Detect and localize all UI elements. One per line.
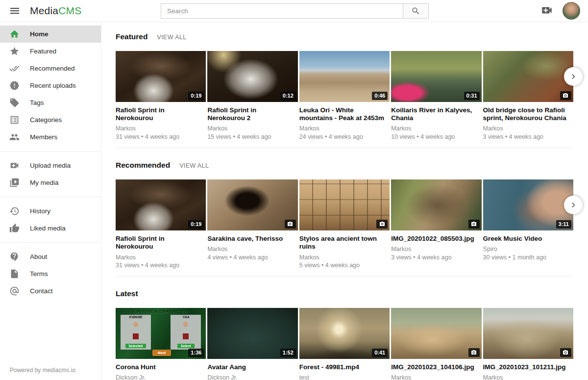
media-card[interactable]: 0:12 Rafioli Sprint in Nerokourou 2 Mark… [207,51,297,141]
media-card-text: Koiliaris River in Kalyves, Chania Marko… [391,106,481,141]
media-card-text: Forest - 49981.mp4 test 17 views • 3 wee… [299,363,390,380]
section-header: Recommended VIEW ALL [116,161,573,170]
sidebar-item-about[interactable]: About [0,248,101,265]
sidebar-item-label: Terms [30,270,48,278]
duration-badge: 0:46 [372,92,388,100]
media-thumbnail[interactable]: 0:46 [299,51,390,102]
media-card[interactable]: 0:31 Koiliaris River in Kalyves, Chania … [391,51,481,141]
view-all-link[interactable]: VIEW ALL [179,162,209,169]
sidebar-item-terms[interactable]: Terms [0,265,101,282]
sidebar-item-my-media[interactable]: My media [0,174,101,191]
media-card[interactable]: IMG_20201023_101211.jpg Markos 4 views •… [483,308,573,380]
sidebar-item-label: Contact [30,287,53,295]
media-thumbnail[interactable] [299,179,390,230]
media-card[interactable]: Sarakina cave, Therisso Markos 4 views •… [207,179,297,270]
media-card[interactable]: 3:11 Greek Music Video Spiro 30 views • … [483,179,573,270]
media-author[interactable]: Markos [391,374,481,380]
media-author[interactable]: Markos [116,253,206,262]
sidebar-item-contact[interactable]: Contact [0,282,101,300]
media-author[interactable]: Spiro [483,245,573,253]
sidebar-item-label: Categories [30,116,62,124]
user-avatar[interactable] [563,2,580,20]
media-author[interactable]: Markos [483,125,573,133]
media-meta: 4 views • 4 weeks ago [207,253,297,262]
media-card[interactable]: 1:36 CHOOSE A CHARACTERKWAMESelectedYAAS… [116,308,206,380]
media-thumbnail[interactable] [391,179,481,230]
media-thumbnail[interactable] [391,308,481,359]
media-thumbnail[interactable]: 1:36 CHOOSE A CHARACTERKWAMESelectedYAAS… [116,308,206,359]
sidebar-item-featured[interactable]: Featured [0,43,101,60]
media-thumbnail[interactable]: 0:31 [391,51,481,102]
media-thumbnail[interactable]: 3:11 [483,179,573,230]
done-all-icon [9,63,20,74]
at-email-icon [9,286,20,296]
media-card[interactable]: 0:41 Forest - 49981.mp4 test 17 views • … [299,308,390,380]
duration-badge: 3:11 [556,220,571,228]
media-title: Greek Music Video [483,235,570,243]
media-author[interactable]: Markos [207,125,297,133]
media-title: Rafioli Sprint in Nerokourou [116,235,203,251]
media-card[interactable]: 0:19 Rafioli Sprint in Nerokourou Markos… [116,179,206,270]
media-author[interactable]: Dickson Jr. [116,374,206,380]
media-thumbnail[interactable] [483,51,573,102]
photo-badge [560,348,571,357]
media-author[interactable]: Markos [483,374,573,380]
media-meta: 3 views • 4 weeks ago [483,133,573,141]
media-card[interactable]: 1:52 Avatar Aang Dickson Jr. 12 views • … [207,308,297,380]
media-card[interactable]: 0:19 Rafioli Sprint in Nerokourou Markos… [116,51,206,141]
scroll-right-button[interactable] [564,196,583,214]
sidebar-item-upload-media[interactable]: Upload media [0,157,101,174]
media-title: Stylos area ancient town ruins [299,235,387,251]
sidebar-item-members[interactable]: Members [0,128,101,146]
media-card[interactable]: Old bridge close to Rafioli sprint, Nero… [483,51,573,141]
menu-toggle-button[interactable] [8,4,21,17]
media-author[interactable]: Markos [391,245,481,253]
media-meta: 30 views • 1 month ago [483,253,573,262]
logo[interactable]: MediaCMS [30,5,81,17]
media-card-text: IMG_20201022_085503.jpg Markos 3 views •… [391,235,481,269]
media-author[interactable]: Markos [391,125,481,133]
media-title: IMG_20201023_104106.jpg [391,363,478,371]
media-title: Old bridge close to Rafioli sprint, Nero… [483,106,570,122]
video-library-icon [9,177,20,188]
search-input[interactable] [161,3,403,19]
media-card[interactable]: IMG_20201022_085503.jpg Markos 3 views •… [391,179,481,270]
media-author[interactable]: Markos [207,245,297,253]
view-all-link[interactable]: VIEW ALL [157,34,186,41]
sidebar-item-liked-media[interactable]: Liked media [0,220,101,237]
media-title: Sarakina cave, Therisso [207,235,294,243]
media-author[interactable]: Markos [299,253,390,262]
media-section: Latest 1:36 CHOOSE A CHARACTERKWAMESelec… [116,289,573,380]
media-thumbnail[interactable] [207,179,297,230]
scroll-right-button[interactable] [564,67,583,86]
media-card-text: Stylos area ancient town ruins Markos 5 … [299,235,390,270]
sidebar-item-label: Members [30,133,57,141]
sidebar-item-history[interactable]: History [0,203,101,220]
media-card-text: Corona Hunt Dickson Jr. 6 views • 4 days… [116,363,206,380]
sidebar-item-categories[interactable]: Categories [0,111,101,128]
media-thumbnail[interactable]: 0:41 [299,308,390,359]
sidebar-item-tags[interactable]: Tags [0,94,101,111]
media-author[interactable]: test [299,374,390,380]
media-thumbnail[interactable]: 0:19 [116,51,206,102]
media-thumbnail[interactable]: 0:12 [207,51,297,102]
sidebar-item-home[interactable]: Home [0,25,101,43]
media-author[interactable]: Markos [116,125,206,133]
sidebar-item-recommended[interactable]: Recommended [0,60,101,77]
media-thumbnail[interactable]: 1:52 [207,308,297,359]
media-thumbnail[interactable]: 0:19 [116,179,206,230]
content-sections: Featured VIEW ALL 0:19 Rafioli Sprint in… [116,32,573,380]
sidebar-item-label: Home [30,30,49,38]
media-author[interactable]: Markos [299,125,390,133]
media-meta: 3 views • 4 weeks ago [391,253,481,262]
search-button[interactable] [403,3,429,19]
sidebar-group: About Terms Contact [0,242,101,305]
sidebar-item-recent-uploads[interactable]: Recent uploads [0,77,101,94]
media-card[interactable]: IMG_20201023_104106.jpg Markos 4 views •… [391,308,481,380]
media-thumbnail[interactable] [483,308,573,359]
upload-media-button[interactable] [540,4,554,18]
media-card[interactable]: 0:46 Leuka Ori - White mountains - Peak … [299,51,390,141]
media-card[interactable]: Stylos area ancient town ruins Markos 5 … [299,179,390,270]
media-author[interactable]: Dickson Jr. [207,374,297,380]
camera-icon [563,93,568,99]
